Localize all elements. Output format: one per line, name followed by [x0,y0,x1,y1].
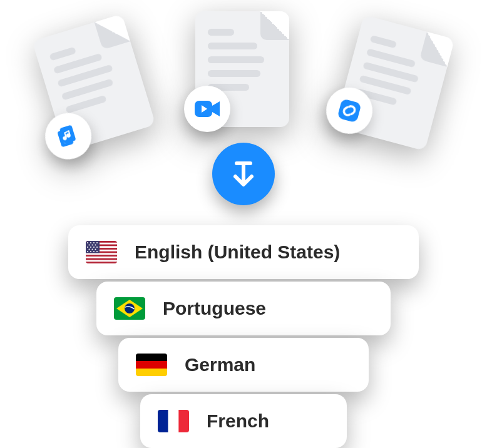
svg-rect-38 [136,369,167,376]
document-link [334,15,455,151]
language-label: Portuguese [163,298,266,319]
language-label: German [185,354,255,375]
svg-point-16 [90,242,91,243]
svg-point-31 [93,251,95,252]
document-video [195,11,289,127]
svg-point-19 [89,245,90,246]
svg-point-18 [96,242,98,243]
svg-point-32 [96,251,98,252]
svg-point-17 [93,242,95,243]
svg-point-26 [89,249,90,250]
language-list: English (United States) Portuguese Germa… [0,225,487,448]
svg-rect-4 [337,98,361,123]
download-convert-button[interactable] [212,143,275,205]
documents-row [0,11,487,161]
svg-rect-13 [86,260,117,262]
svg-rect-11 [86,253,117,255]
svg-rect-41 [178,410,189,432]
language-label: French [207,410,269,432]
download-arrow-icon [227,158,260,190]
svg-point-23 [90,247,91,248]
svg-point-20 [92,245,93,246]
language-option-en-us[interactable]: English (United States) [68,225,419,279]
language-option-fr-fr[interactable]: French [140,394,347,448]
document-audio [32,14,156,152]
video-icon [184,86,230,132]
flag-br-icon [114,297,145,320]
svg-rect-36 [136,354,167,361]
flag-us-icon [86,241,117,263]
svg-rect-37 [136,361,167,369]
flag-de-icon [136,354,167,376]
svg-point-25 [96,247,98,248]
svg-rect-40 [168,410,179,432]
svg-point-28 [95,249,96,250]
svg-point-15 [87,242,88,243]
flag-fr-icon [158,410,189,432]
svg-point-24 [93,247,95,248]
svg-rect-39 [158,410,168,432]
svg-point-22 [87,247,88,248]
svg-rect-12 [86,257,117,258]
language-option-pt-br[interactable]: Portuguese [96,282,391,335]
language-label: English (United States) [135,242,340,263]
svg-point-21 [95,245,96,246]
svg-point-27 [92,249,93,250]
language-option-de-de[interactable]: German [118,338,369,392]
svg-point-29 [87,251,88,252]
svg-point-30 [90,251,91,252]
